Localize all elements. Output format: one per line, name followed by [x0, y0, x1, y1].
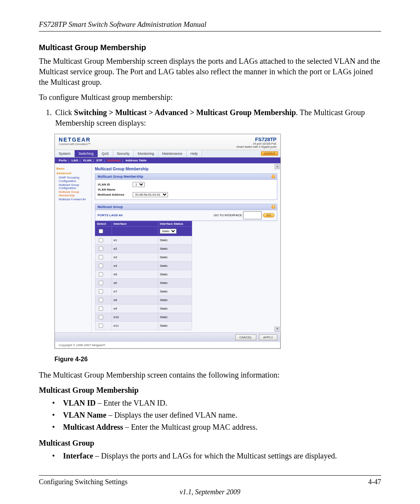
step-list: Click Switching > Multicast > Advanced >… [39, 107, 381, 128]
panel-membership-title: Multicast Group Membership [98, 175, 143, 178]
section-title: Multicast Group Membership [39, 43, 381, 52]
apply-button[interactable]: APPLY [259, 334, 277, 340]
step-breadcrumb: Switching > Multicast > Advanced > Multi… [74, 108, 296, 117]
row-interface: e10 [112, 313, 158, 322]
bottom-bar: CANCEL APPLY [55, 332, 280, 342]
row-checkbox[interactable] [99, 281, 103, 285]
footer-right: 4-47 [368, 478, 381, 486]
scroll-down-icon[interactable]: ▾ [275, 327, 280, 332]
select-all-checkbox[interactable] [99, 229, 103, 233]
row-status: Static [158, 253, 192, 262]
membership-form: VLAN ID 1 VLAN Name Multicast Address 01… [95, 180, 277, 200]
table-row: e5Static [95, 270, 192, 279]
bullet-interface-term: Interface [63, 452, 93, 460]
vlan-id-label: VLAN ID [98, 183, 133, 186]
table-row: e4Static [95, 262, 192, 270]
bullet-vlan-id-term: VLAN ID [63, 399, 96, 407]
row-checkbox[interactable] [99, 264, 103, 268]
subnav-ports[interactable]: Ports [59, 159, 66, 162]
tab-monitoring[interactable]: Monitoring [134, 150, 158, 157]
sidebar-item-mcast-forward-all[interactable]: Multicast Forward All [59, 198, 90, 201]
help-icon-2[interactable]: ? [271, 205, 275, 209]
step-1: Click Switching > Multicast > Advanced >… [54, 107, 381, 128]
row-status: Static [158, 245, 192, 253]
tab-qos[interactable]: QoS [98, 150, 113, 157]
tab-maintenance[interactable]: Maintenance [158, 150, 187, 157]
tab-security[interactable]: Security [113, 150, 134, 157]
multicast-address-select[interactable]: 01:00:5e:01:01:01 [133, 192, 168, 197]
model-sub-1: 24-port 10/100 PoE [236, 142, 276, 145]
row-checkbox[interactable] [99, 238, 103, 242]
subnav-multicast[interactable]: Multicast [107, 159, 121, 162]
tab-help[interactable]: Help [187, 150, 202, 157]
sidebar-item-mcast-group-config[interactable]: Multicast Group Configuration [59, 184, 90, 190]
panel-multicast-group-title: Multicast Group [98, 205, 123, 209]
ports-lags-all[interactable]: PORTS LAGS All [98, 214, 122, 217]
table-row: e9Static [95, 304, 192, 313]
row-checkbox[interactable] [99, 255, 103, 259]
row-status: Static [158, 296, 192, 304]
row-checkbox[interactable] [99, 247, 103, 251]
panel-multicast-group-header: Multicast Group ? [95, 204, 277, 210]
model-name: FS728TP [236, 136, 276, 142]
row-status: Static [158, 236, 192, 245]
cancel-button[interactable]: CANCEL [235, 334, 256, 340]
col-interface: Interface [112, 221, 158, 227]
intro-paragraph: The Multicast Group Membership screen di… [39, 56, 381, 88]
row-interface: e4 [112, 262, 158, 270]
scroll-up-icon[interactable]: ▴ [275, 164, 280, 169]
vlan-name-label: VLAN Name [98, 188, 133, 191]
subnav-lag[interactable]: LAG [72, 159, 78, 162]
sidebar-cat-basic[interactable]: Basic [56, 167, 90, 170]
row-checkbox[interactable] [99, 315, 103, 319]
running-head: FS728TP Smart Switch Software Administra… [39, 20, 381, 29]
table-row: e7Static [95, 287, 192, 296]
tab-switching[interactable]: Switching [75, 150, 98, 157]
row-checkbox[interactable] [99, 272, 103, 276]
row-status: Static [158, 270, 192, 279]
goto-interface-input[interactable] [243, 211, 262, 219]
bullet-mcast-addr-desc: – Enter the Multicast group MAC address. [123, 423, 258, 431]
row-status: Static [158, 262, 192, 270]
model-sub-2: Smart Switch with 4 Gigabit ports [236, 145, 276, 149]
subnav-stp[interactable]: STP [96, 159, 103, 162]
figure-caption: Figure 4-26 [54, 356, 381, 363]
go-button[interactable]: GO [263, 213, 275, 217]
vlan-id-select[interactable]: 1 [133, 182, 145, 187]
head-rule [39, 31, 381, 32]
row-checkbox[interactable] [99, 289, 103, 294]
row-status: Static [158, 304, 192, 313]
bullet-vlan-id-desc: – Enter the VLAN ID. [96, 399, 167, 407]
panel-membership-header: Multicast Group Membership ? [95, 173, 277, 180]
footer-left: Configuring Switching Settings [39, 478, 128, 486]
bullet-mcast-addr-term: Multicast Address [63, 423, 123, 431]
status-filter-select[interactable]: Static [160, 229, 177, 234]
col-select: Select [95, 221, 112, 227]
main-tabs: System Switching QoS Security Monitoring… [55, 150, 280, 158]
bullets-membership: VLAN ID – Enter the VLAN ID. VLAN Name –… [39, 397, 381, 433]
bullets-group: Interface – Displays the ports and LAGs … [39, 450, 381, 462]
step-text-a: Click [55, 108, 74, 117]
sidebar-item-igmp-snooping[interactable]: IGMP Snooping Configuration [59, 176, 90, 183]
row-status: Static [158, 313, 192, 322]
help-icon[interactable]: ? [271, 175, 275, 178]
table-row: e6Static [95, 279, 192, 287]
row-checkbox[interactable] [99, 298, 103, 302]
subnav-address-table[interactable]: Address Table [125, 159, 147, 162]
goto-interface-label: GO TO INTERFACE [214, 214, 242, 217]
row-interface: e6 [112, 279, 158, 287]
tab-system[interactable]: System [55, 150, 75, 157]
row-checkbox[interactable] [99, 324, 103, 328]
content-heading: Multicast Group Membership [95, 167, 277, 171]
subhead-group: Multicast Group [39, 439, 381, 448]
col-status: Interface Status [158, 221, 192, 227]
after-figure-text: The Multicast Group Membership screen co… [39, 370, 381, 380]
subhead-membership: Multicast Group Membership [39, 386, 381, 395]
subnav-vlan[interactable]: VLAN [83, 159, 91, 162]
bullet-interface-desc: – Displays the ports and LAGs for which … [93, 452, 337, 460]
logout-button[interactable]: LOGOUT [261, 151, 278, 156]
sidebar-item-mcast-group-membership[interactable]: Multicast Group Membership [59, 191, 90, 197]
row-checkbox[interactable] [99, 306, 103, 311]
row-interface: e11 [112, 322, 158, 330]
sidebar-cat-advanced[interactable]: Advanced [56, 172, 90, 175]
